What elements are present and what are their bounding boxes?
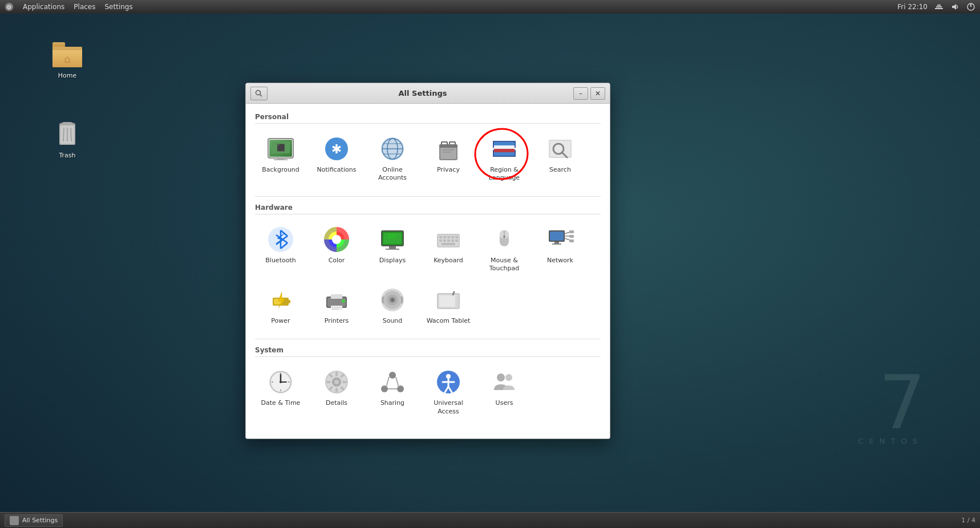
settings-item-mouse-touchpad[interactable]: Mouse & Touchpad — [479, 221, 530, 278]
close-button[interactable]: ✕ — [590, 87, 605, 100]
window-titlebar: All Settings – ✕ — [246, 83, 610, 104]
home-desktop-icon[interactable]: ⌂ Home — [44, 40, 90, 79]
svg-rect-104 — [331, 306, 342, 310]
universal-access-label: Universal Access — [425, 399, 472, 416]
svg-text:⚙: ⚙ — [7, 4, 12, 10]
window-controls: – ✕ — [573, 87, 605, 100]
settings-window: All Settings – ✕ Personal — [245, 83, 610, 439]
settings-item-wacom-tablet[interactable]: Wacom Tablet — [423, 282, 474, 330]
settings-item-displays[interactable]: Displays — [367, 221, 418, 278]
svg-rect-133 — [326, 381, 331, 383]
system-section: System — [255, 339, 601, 420]
svg-rect-103 — [331, 294, 342, 299]
svg-rect-96 — [569, 235, 574, 238]
power-label: Power — [271, 317, 290, 325]
personal-section-title: Personal — [255, 113, 601, 124]
users-label: Users — [496, 399, 513, 407]
sound-label: Sound — [383, 317, 403, 325]
svg-rect-73 — [439, 236, 442, 238]
svg-line-142 — [386, 377, 389, 387]
svg-point-105 — [342, 299, 345, 303]
svg-rect-4 — [937, 5, 941, 6]
settings-item-sound[interactable]: Sound — [367, 282, 418, 330]
svg-rect-67 — [386, 249, 399, 250]
menubar-applications[interactable]: Applications — [23, 3, 64, 11]
settings-item-background[interactable]: ⬛ Background — [255, 131, 306, 187]
region-language-label: Region & Language — [481, 166, 528, 182]
power-icon[interactable] — [966, 2, 975, 11]
svg-rect-95 — [569, 230, 574, 233]
svg-rect-132 — [335, 388, 338, 392]
wacom-tablet-label: Wacom Tablet — [427, 317, 471, 325]
mouse-touchpad-label: Mouse & Touchpad — [481, 257, 528, 273]
settings-item-region-language[interactable]: Region & Language — [479, 131, 530, 187]
settings-item-sharing[interactable]: Sharing — [367, 364, 418, 420]
svg-point-151 — [497, 373, 505, 381]
background-label: Background — [262, 166, 299, 174]
printers-label: Printers — [325, 317, 349, 325]
svg-rect-47 — [494, 149, 515, 152]
settings-item-privacy[interactable]: Privacy — [423, 131, 474, 187]
settings-item-details[interactable]: Details — [311, 364, 362, 420]
svg-rect-3 — [936, 6, 942, 7]
settings-item-keyboard[interactable]: Keyboard — [423, 221, 474, 278]
taskbar-settings-label: All Settings — [22, 517, 58, 524]
svg-rect-74 — [443, 236, 446, 238]
menubar-time: Fri 22:10 — [897, 3, 928, 11]
svg-rect-46 — [494, 145, 515, 149]
svg-rect-91 — [552, 243, 561, 245]
settings-item-online-accounts[interactable]: Online Accounts — [367, 131, 418, 187]
settings-item-date-time[interactable]: Date & Time — [255, 364, 306, 420]
taskbar-settings-item[interactable]: All Settings — [5, 514, 63, 527]
svg-rect-97 — [569, 239, 574, 242]
network-icon — [934, 2, 943, 11]
svg-rect-117 — [439, 295, 455, 307]
window-title: All Settings — [272, 89, 573, 98]
svg-rect-13 — [63, 122, 72, 125]
svg-rect-33 — [440, 147, 456, 159]
settings-item-network[interactable]: Network — [534, 221, 586, 278]
svg-point-152 — [505, 374, 512, 381]
home-folder-icon: ⌂ — [52, 40, 82, 70]
svg-point-112 — [391, 299, 394, 301]
svg-line-10 — [63, 128, 64, 141]
svg-line-143 — [396, 377, 399, 387]
trash-label: Trash — [59, 152, 75, 159]
menubar-places[interactable]: Places — [74, 3, 95, 11]
privacy-label: Privacy — [437, 166, 460, 174]
svg-rect-90 — [554, 242, 559, 243]
minimize-button[interactable]: – — [573, 87, 588, 100]
hardware-section: Hardware ⚡ — [255, 196, 601, 330]
settings-item-universal-access[interactable]: Universal Access — [423, 364, 474, 420]
svg-point-130 — [334, 380, 339, 384]
menubar-settings[interactable]: Settings — [104, 3, 132, 11]
svg-point-63 — [332, 235, 341, 244]
personal-section: Personal — [255, 113, 601, 187]
settings-item-color[interactable]: Color — [311, 221, 362, 278]
svg-rect-79 — [443, 239, 446, 242]
menubar: ⚙ Applications Places Settings Fri 22:10 — [0, 0, 980, 14]
volume-icon — [950, 2, 959, 11]
hardware-section-title: Hardware — [255, 204, 601, 214]
svg-rect-80 — [447, 239, 450, 242]
svg-rect-89 — [550, 231, 564, 241]
svg-point-153 — [11, 518, 17, 523]
svg-rect-21 — [274, 159, 287, 160]
taskbar: All Settings 1 / 4 — [0, 512, 980, 528]
system-items-grid: Date & Time — [255, 364, 601, 420]
svg-point-87 — [503, 235, 505, 238]
date-time-label: Date & Time — [261, 399, 301, 407]
settings-item-search[interactable]: Search — [534, 131, 586, 187]
settings-item-printers[interactable]: Printers — [311, 282, 362, 330]
svg-rect-77 — [455, 236, 458, 238]
svg-rect-36 — [439, 144, 457, 148]
displays-label: Displays — [379, 257, 406, 265]
search-button[interactable] — [250, 87, 268, 100]
keyboard-label: Keyboard — [434, 257, 463, 265]
taskbar-settings-icon — [10, 516, 19, 525]
trash-desktop-icon[interactable]: Trash — [44, 120, 90, 159]
settings-item-power[interactable]: Power — [255, 282, 306, 330]
settings-item-bluetooth[interactable]: ⚡ Bluetooth — [255, 221, 306, 278]
settings-item-users[interactable]: Users — [479, 364, 530, 420]
settings-item-notifications[interactable]: ✱ Notifications — [311, 131, 362, 187]
